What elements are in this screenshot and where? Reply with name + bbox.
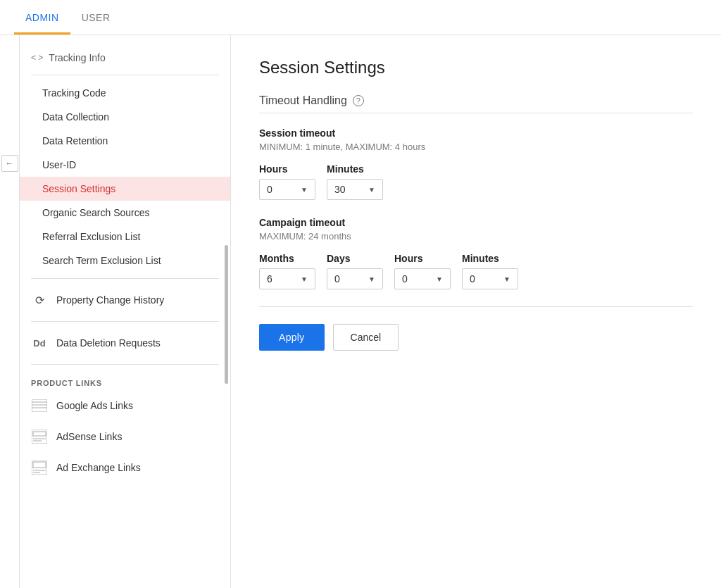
campaign-days-field: Days 0 ▼ (327, 253, 383, 289)
sidebar-item-data-retention[interactable]: Data Retention (20, 129, 230, 153)
sidebar-user-id-label: User-ID (42, 159, 76, 170)
session-timeout-fields: Hours 0 ▼ Minutes 30 ▼ (259, 163, 693, 200)
collapse-panel: ← (0, 35, 20, 588)
sidebar-tracking-info-header[interactable]: < > Tracking Info (20, 46, 230, 69)
sidebar-session-settings-label: Session Settings (42, 183, 115, 194)
sidebar-item-property-change-history[interactable]: ⟳ Property Change History (20, 284, 230, 315)
campaign-hours-select[interactable]: 0 ▼ (394, 268, 451, 289)
sidebar-data-retention-label: Data Retention (42, 135, 108, 146)
main-layout: ← < > Tracking Info Tracking Code Data C… (0, 35, 721, 588)
ad-exchange-icon (31, 459, 48, 476)
sidebar-data-deletion-requests-label: Data Deletion Requests (56, 337, 161, 349)
tab-admin-label: ADMIN (25, 12, 59, 23)
session-minutes-label: Minutes (327, 163, 383, 175)
apply-label: Apply (279, 332, 305, 343)
sidebar-item-user-id[interactable]: User-ID (20, 153, 230, 177)
cancel-label: Cancel (351, 332, 382, 343)
product-links-label: PRODUCT LINKS (20, 370, 230, 390)
session-hours-value: 0 (267, 184, 272, 195)
sidebar-divider-4 (31, 364, 219, 365)
collapse-button[interactable]: ← (1, 155, 18, 172)
campaign-days-value: 0 (334, 273, 340, 284)
sidebar-divider-1 (31, 75, 219, 75)
campaign-minutes-dropdown-arrow: ▼ (503, 275, 510, 283)
data-deletion-icon: Dd (31, 334, 48, 351)
campaign-months-dropdown-arrow: ▼ (301, 275, 308, 283)
campaign-minutes-label: Minutes (462, 253, 518, 264)
timeout-handling-label: Timeout Handling (259, 94, 347, 107)
sidebar-tracking-info-label: Tracking Info (49, 52, 105, 63)
sidebar-item-referral-exclusion-list[interactable]: Referral Exclusion List (20, 225, 230, 249)
campaign-hours-field: Hours 0 ▼ (394, 253, 451, 289)
timeout-handling-title: Timeout Handling ? (259, 94, 693, 107)
help-icon[interactable]: ? (353, 95, 364, 106)
session-hours-select[interactable]: 0 ▼ (259, 179, 315, 200)
campaign-timeout-fields: Months 6 ▼ Days 0 ▼ Hours (259, 253, 693, 289)
tab-admin[interactable]: ADMIN (14, 0, 70, 35)
campaign-minutes-field: Minutes 0 ▼ (462, 253, 518, 289)
tab-user[interactable]: USER (70, 0, 122, 35)
adsense-icon (31, 428, 48, 445)
session-hours-label: Hours (259, 163, 315, 175)
google-ads-icon (31, 397, 48, 414)
session-minutes-field: Minutes 30 ▼ (327, 163, 383, 200)
session-hours-field: Hours 0 ▼ (259, 163, 315, 200)
campaign-minutes-select[interactable]: 0 ▼ (462, 268, 518, 289)
sidebar-item-data-collection[interactable]: Data Collection (20, 105, 230, 129)
main-content: Session Settings Timeout Handling ? Sess… (231, 35, 721, 588)
tab-user-label: USER (82, 12, 111, 23)
campaign-days-label: Days (327, 253, 383, 264)
scrollbar-thumb (225, 245, 228, 383)
campaign-minutes-value: 0 (470, 273, 475, 284)
sidebar-item-data-deletion-requests[interactable]: Dd Data Deletion Requests (20, 327, 230, 358)
sidebar-item-organic-search-sources[interactable]: Organic Search Sources (20, 201, 230, 225)
sidebar-item-adsense-links[interactable]: AdSense Links (20, 421, 230, 452)
sidebar-item-ad-exchange-links[interactable]: Ad Exchange Links (20, 452, 230, 483)
campaign-days-dropdown-arrow: ▼ (368, 275, 375, 283)
campaign-months-select[interactable]: 6 ▼ (259, 268, 315, 289)
sidebar-divider-3 (31, 321, 219, 322)
campaign-months-value: 6 (267, 273, 272, 284)
apply-button[interactable]: Apply (259, 324, 325, 351)
session-minutes-select[interactable]: 30 ▼ (327, 179, 383, 200)
sidebar-organic-search-sources-label: Organic Search Sources (42, 207, 150, 218)
page-title: Session Settings (259, 58, 693, 77)
sidebar-referral-exclusion-list-label: Referral Exclusion List (42, 231, 140, 242)
section-divider-1 (259, 113, 693, 113)
session-minutes-dropdown-arrow: ▼ (368, 186, 375, 194)
sidebar-item-google-ads-links[interactable]: Google Ads Links (20, 390, 230, 421)
sidebar-data-collection-label: Data Collection (42, 111, 109, 123)
sidebar-item-tracking-code[interactable]: Tracking Code (20, 81, 230, 105)
campaign-hours-value: 0 (402, 273, 408, 284)
top-navigation: ADMIN USER (0, 0, 721, 35)
bottom-divider (259, 306, 693, 307)
sidebar-tracking-code-label: Tracking Code (42, 87, 106, 99)
history-icon: ⟳ (31, 292, 48, 308)
sidebar-adsense-links-label: AdSense Links (56, 431, 122, 442)
svg-rect-9 (33, 462, 46, 468)
campaign-days-select[interactable]: 0 ▼ (327, 268, 383, 289)
action-buttons: Apply Cancel (259, 324, 693, 351)
sidebar-item-search-term-exclusion-list[interactable]: Search Term Exclusion List (20, 249, 230, 273)
session-timeout-title: Session timeout (259, 127, 693, 139)
sidebar-item-session-settings[interactable]: Session Settings (20, 177, 230, 201)
cancel-button[interactable]: Cancel (333, 324, 399, 351)
campaign-hours-label: Hours (394, 253, 451, 264)
session-timeout-constraint: MINIMUM: 1 minute, MAXIMUM: 4 hours (259, 142, 693, 152)
session-hours-dropdown-arrow: ▼ (301, 186, 308, 194)
campaign-months-label: Months (259, 253, 315, 264)
chevron-icon: < > (31, 53, 43, 63)
sidebar: < > Tracking Info Tracking Code Data Col… (20, 35, 231, 588)
sidebar-divider-2 (31, 278, 219, 279)
sidebar-search-term-exclusion-list-label: Search Term Exclusion List (42, 255, 161, 266)
sidebar-ad-exchange-links-label: Ad Exchange Links (56, 462, 141, 473)
svg-rect-5 (33, 432, 46, 436)
campaign-timeout-constraint: MAXIMUM: 24 months (259, 231, 693, 242)
svg-rect-0 (32, 399, 47, 412)
campaign-hours-dropdown-arrow: ▼ (436, 275, 443, 283)
campaign-months-field: Months 6 ▼ (259, 253, 315, 289)
sidebar-property-change-history-label: Property Change History (56, 294, 164, 306)
sidebar-google-ads-links-label: Google Ads Links (56, 400, 133, 411)
session-minutes-value: 30 (334, 184, 346, 195)
campaign-timeout-title: Campaign timeout (259, 217, 693, 228)
